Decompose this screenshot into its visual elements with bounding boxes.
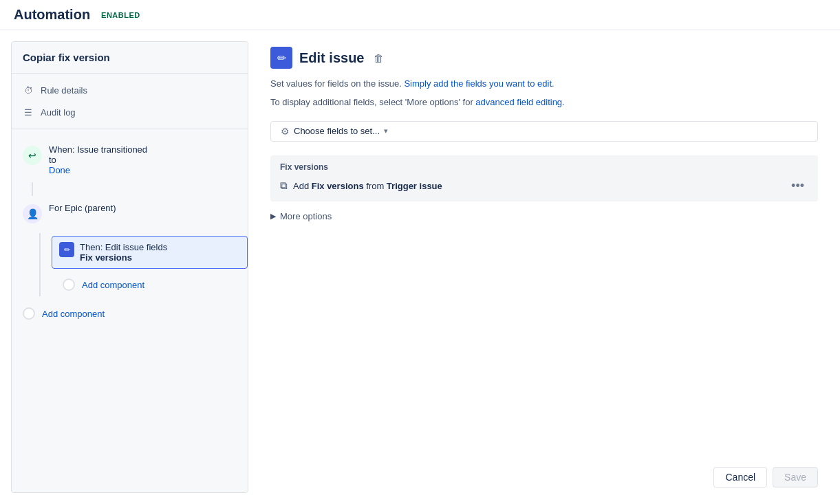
fix-versions-row: ⧉ Add Fix versions from Trigger issue ••… (280, 177, 808, 195)
scope-text: For Epic (parent) (49, 203, 116, 213)
action-icon: ✏ (59, 242, 74, 257)
choose-fields-button[interactable]: ⚙ Choose fields to set... ▾ (270, 121, 818, 142)
action-buttons: Cancel Save (270, 467, 818, 487)
action-sub-label: Fix versions (80, 252, 167, 263)
add-component-inner-circle (63, 278, 75, 291)
trigger-label: When: Issue transitioned (49, 144, 147, 155)
choose-fields-label: Choose fields to set... (294, 126, 380, 136)
status-badge: ENABLED (101, 11, 140, 19)
more-options-label: More options (280, 211, 332, 221)
panel-desc1: Set values for fields on the issue. Simp… (270, 77, 818, 91)
panel-desc1-link[interactable]: Simply add the fields you want to edit. (404, 78, 554, 89)
panel-desc2-link[interactable]: advanced field editing. (475, 97, 564, 107)
add-component-inner-label: Add component (82, 280, 144, 290)
trigger-icon: ↩ (23, 146, 42, 165)
panel-trash-icon[interactable]: 🗑 (374, 52, 384, 64)
scope-label: For Epic (parent) (49, 203, 116, 213)
sidebar-header: Copiar fix version (12, 42, 248, 74)
app-title: Automation (14, 7, 90, 23)
rule-details-icon: ⏱ (23, 85, 34, 96)
fix-versions-text: Add Fix versions from Trigger issue (293, 181, 782, 191)
panel-title: Edit issue (299, 50, 364, 66)
sidebar-flow: ↩ When: Issue transitioned to Done 👤 For… (12, 129, 248, 492)
panel-header: ✏ Edit issue 🗑 (270, 47, 818, 69)
three-dots-menu-button[interactable]: ••• (787, 177, 808, 195)
sidebar-item-audit-log-label: Audit log (41, 107, 76, 118)
flow-action-item[interactable]: ✏ Then: Edit issue fields Fix versions (52, 236, 248, 269)
chevron-down-icon: ▾ (384, 127, 388, 135)
sidebar-item-rule-details[interactable]: ⏱ Rule details (12, 79, 248, 101)
sidebar: Copiar fix version ⏱ Rule details ☰ Audi… (11, 41, 248, 493)
add-component-inner[interactable]: Add component (52, 273, 248, 296)
trigger-status: Done (49, 165, 147, 175)
panel-edit-icon: ✏ (270, 47, 292, 69)
chevron-right-icon: ▶ (270, 212, 276, 221)
sidebar-item-audit-log[interactable]: ☰ Audit log (12, 101, 248, 123)
trigger-text: When: Issue transitioned to Done (49, 144, 147, 175)
audit-log-icon: ☰ (23, 107, 34, 118)
action-text: Then: Edit issue fields Fix versions (80, 242, 167, 263)
panel-desc1-text: Set values for fields on the issue. (270, 78, 404, 89)
copy-icon: ⧉ (280, 179, 288, 192)
add-component-outer-circle (23, 307, 35, 320)
more-options-row[interactable]: ▶ More options (270, 211, 818, 221)
trigger-to: to (49, 155, 147, 165)
sidebar-item-rule-details-label: Rule details (41, 85, 87, 96)
flow-scope-item[interactable]: 👤 For Epic (parent) (12, 196, 248, 230)
scope-icon: 👤 (23, 204, 42, 223)
cancel-button[interactable]: Cancel (713, 467, 767, 487)
sidebar-nav: ⏱ Rule details ☰ Audit log (12, 74, 248, 129)
flow-trigger-item[interactable]: ↩ When: Issue transitioned to Done (12, 138, 248, 182)
flow-connector-1 (32, 182, 33, 196)
action-main-label: Then: Edit issue fields (80, 242, 167, 252)
right-panel: ✏ Edit issue 🗑 Set values for fields on … (248, 30, 840, 504)
fix-versions-section: Fix versions ⧉ Add Fix versions from Tri… (270, 155, 818, 201)
fix-versions-label: Fix versions (280, 162, 808, 172)
save-button[interactable]: Save (773, 467, 818, 487)
gear-icon: ⚙ (281, 126, 290, 137)
action-group: ✏ Then: Edit issue fields Fix versions A… (39, 233, 248, 296)
add-component-outer-label: Add component (42, 309, 105, 319)
add-component-outer[interactable]: Add component (12, 302, 248, 325)
panel-desc2: To display additional fields, select 'Mo… (270, 96, 818, 110)
panel-desc2-text: To display additional fields, select 'Mo… (270, 97, 475, 107)
